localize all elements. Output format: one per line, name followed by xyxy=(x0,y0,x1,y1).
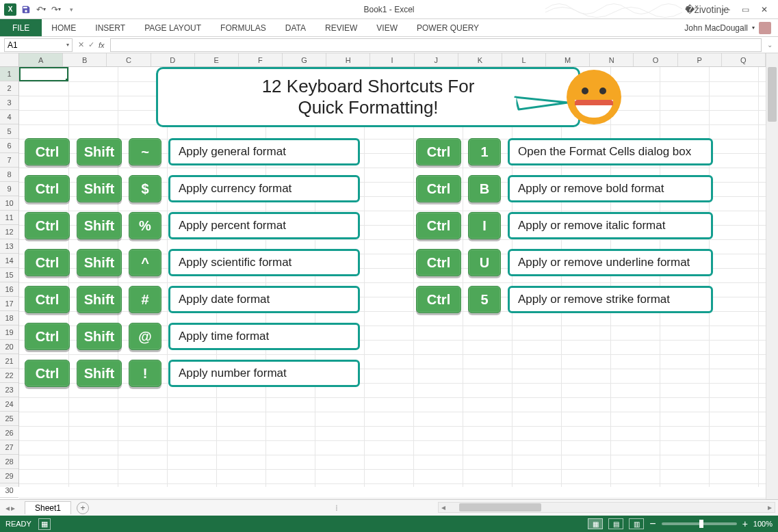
fx-icon[interactable]: fx xyxy=(99,41,105,49)
sheet-nav-next-icon[interactable]: ▸ xyxy=(11,503,15,513)
column-header-M[interactable]: M xyxy=(546,53,590,66)
row-header-26[interactable]: 26 xyxy=(0,426,18,440)
formula-expand-icon[interactable]: ⌄ xyxy=(767,41,778,49)
row-header-25[interactable]: 25 xyxy=(0,412,18,426)
column-header-I[interactable]: I xyxy=(370,53,414,66)
worksheet-grid[interactable]: ABCDEFGHIJKLMNOPQ 1234567891011121314151… xyxy=(0,53,778,499)
column-header-Q[interactable]: Q xyxy=(722,53,766,66)
row-header-4[interactable]: 4 xyxy=(0,110,18,124)
qat-customize-icon[interactable]: ▾ xyxy=(66,4,77,15)
row-header-21[interactable]: 21 xyxy=(0,354,18,369)
chevron-down-icon[interactable]: ▾ xyxy=(66,42,69,48)
row-header-6[interactable]: 6 xyxy=(0,139,18,153)
row-header-29[interactable]: 29 xyxy=(0,469,18,483)
column-header-C[interactable]: C xyxy=(107,53,151,66)
name-box[interactable]: A1 ▾ xyxy=(4,38,73,52)
zoom-out-button[interactable]: − xyxy=(649,518,656,530)
row-header-17[interactable]: 17 xyxy=(0,297,18,311)
row-header-22[interactable]: 22 xyxy=(0,369,18,383)
column-header-O[interactable]: O xyxy=(634,53,677,66)
row-header-8[interactable]: 8 xyxy=(0,168,18,182)
excel-icon[interactable]: X xyxy=(4,3,16,16)
row-header-3[interactable]: 3 xyxy=(0,96,18,110)
user-account[interactable]: John MacDougall ▾ xyxy=(684,19,778,36)
row-header-15[interactable]: 15 xyxy=(0,268,18,282)
row-header-12[interactable]: 12 xyxy=(0,225,18,239)
shortcut-row-right-0: Ctrl1Open the Format Cells dialog box xyxy=(416,138,713,165)
zoom-slider[interactable] xyxy=(662,522,737,525)
sheet-tab-sheet1[interactable]: Sheet1 xyxy=(25,501,71,514)
save-icon[interactable] xyxy=(21,4,31,15)
close-button[interactable]: ✕ xyxy=(756,3,773,16)
row-header-7[interactable]: 7 xyxy=(0,153,18,168)
column-header-N[interactable]: N xyxy=(590,53,634,66)
zoom-level[interactable]: 100% xyxy=(753,520,773,528)
formula-bar[interactable] xyxy=(110,38,762,52)
column-header-G[interactable]: G xyxy=(283,53,326,66)
maximize-button[interactable]: ▭ xyxy=(737,3,753,16)
column-header-P[interactable]: P xyxy=(678,53,722,66)
tab-insert[interactable]: INSERT xyxy=(86,19,135,36)
tab-home[interactable]: HOME xyxy=(42,19,86,36)
undo-icon[interactable]: ↶▾ xyxy=(36,4,47,15)
new-sheet-button[interactable]: + xyxy=(77,502,89,514)
tab-power-query[interactable]: POWER QUERY xyxy=(407,19,489,36)
row-header-10[interactable]: 10 xyxy=(0,196,18,211)
view-page-layout-button[interactable]: ▤ xyxy=(608,518,623,529)
column-header-D[interactable]: D xyxy=(151,53,195,66)
row-header-27[interactable]: 27 xyxy=(0,440,18,455)
hscroll-thumb[interactable] xyxy=(459,503,541,511)
row-header-13[interactable]: 13 xyxy=(0,239,18,254)
vertical-scrollbar[interactable] xyxy=(766,53,778,499)
view-page-break-button[interactable]: ▥ xyxy=(629,518,644,529)
column-header-F[interactable]: F xyxy=(239,53,283,66)
sheet-nav-prev-icon[interactable]: ◂ xyxy=(5,503,10,513)
key-!: ! xyxy=(129,360,161,387)
tab-page-layout[interactable]: PAGE LAYOUT xyxy=(135,19,211,36)
column-headers[interactable]: ABCDEFGHIJKLMNOPQ xyxy=(19,53,766,67)
tab-view[interactable]: VIEW xyxy=(367,19,407,36)
horizontal-scrollbar[interactable]: ◂ ▸ xyxy=(438,502,775,513)
column-header-E[interactable]: E xyxy=(195,53,239,66)
view-normal-button[interactable]: ▦ xyxy=(588,518,603,529)
row-header-16[interactable]: 16 xyxy=(0,282,18,297)
hscroll-right-icon[interactable]: ▸ xyxy=(768,503,772,512)
row-header-30[interactable]: 30 xyxy=(0,483,18,498)
tab-data[interactable]: DATA xyxy=(276,19,315,36)
column-header-H[interactable]: H xyxy=(326,53,370,66)
cancel-formula-icon[interactable]: ✕ xyxy=(78,40,84,49)
row-header-2[interactable]: 2 xyxy=(0,81,18,96)
cells-area[interactable] xyxy=(19,67,766,487)
row-header-23[interactable]: 23 xyxy=(0,383,18,397)
tab-file[interactable]: FILE xyxy=(0,19,42,36)
row-header-5[interactable]: 5 xyxy=(0,124,18,139)
column-header-K[interactable]: K xyxy=(458,53,502,66)
row-header-28[interactable]: 28 xyxy=(0,455,18,469)
hscroll-left-icon[interactable]: ◂ xyxy=(441,503,445,512)
select-all-triangle[interactable] xyxy=(0,53,19,67)
enter-formula-icon[interactable]: ✓ xyxy=(88,40,94,49)
redo-icon[interactable]: ↷▾ xyxy=(51,4,62,15)
row-header-9[interactable]: 9 xyxy=(0,182,18,196)
macro-record-icon[interactable]: ▦ xyxy=(38,518,51,530)
row-header-14[interactable]: 14 xyxy=(0,254,18,268)
tab-review[interactable]: REVIEW xyxy=(315,19,367,36)
column-header-L[interactable]: L xyxy=(502,53,546,66)
row-header-1[interactable]: 1 xyxy=(0,67,18,81)
scrollbar-thumb[interactable] xyxy=(768,67,777,122)
row-header-24[interactable]: 24 xyxy=(0,397,18,412)
row-header-19[interactable]: 19 xyxy=(0,325,18,340)
row-header-11[interactable]: 11 xyxy=(0,211,18,225)
minimize-button[interactable]: — xyxy=(718,3,734,16)
column-header-B[interactable]: B xyxy=(63,53,107,66)
row-header-20[interactable]: 20 xyxy=(0,340,18,354)
ribbon-display-icon[interactable]: �životinje xyxy=(699,3,715,16)
row-header-18[interactable]: 18 xyxy=(0,311,18,325)
tab-split-handle[interactable]: ⁞ xyxy=(335,503,338,513)
column-header-A[interactable]: A xyxy=(19,53,63,66)
tab-formulas[interactable]: FORMULAS xyxy=(211,19,276,36)
zoom-in-button[interactable]: + xyxy=(742,518,748,529)
column-header-J[interactable]: J xyxy=(415,53,458,66)
zoom-slider-thumb[interactable] xyxy=(699,520,703,528)
row-headers[interactable]: 1234567891011121314151617181920212223242… xyxy=(0,67,19,487)
